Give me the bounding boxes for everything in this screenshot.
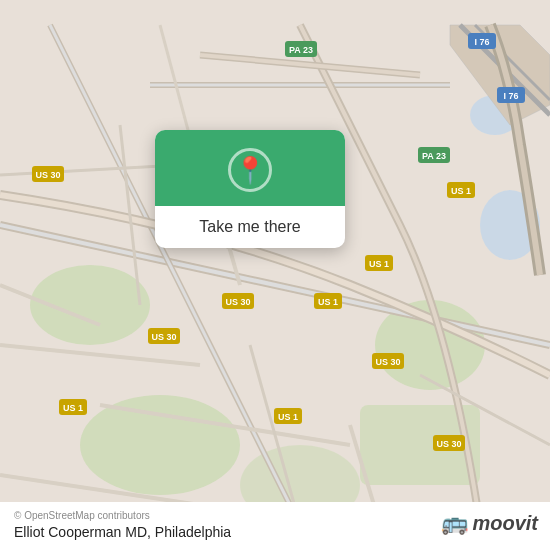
moovit-icon: 🚌 (441, 510, 468, 536)
moovit-logo: 🚌 moovit (441, 510, 538, 536)
popup-header: 📍 (155, 130, 345, 206)
svg-text:US 30: US 30 (35, 170, 60, 180)
svg-point-2 (80, 395, 240, 495)
location-icon-ring: 📍 (228, 148, 272, 192)
svg-text:I 76: I 76 (503, 91, 518, 101)
location-popup: 📍 Take me there (155, 130, 345, 248)
svg-text:US 1: US 1 (63, 403, 83, 413)
moovit-text: moovit (472, 512, 538, 535)
svg-text:US 1: US 1 (451, 186, 471, 196)
bottom-bar: © OpenStreetMap contributors Elliot Coop… (0, 502, 550, 550)
svg-text:I 76: I 76 (474, 37, 489, 47)
location-pin-icon: 📍 (234, 157, 266, 183)
svg-text:US 30: US 30 (225, 297, 250, 307)
svg-text:US 1: US 1 (369, 259, 389, 269)
svg-text:PA 23: PA 23 (422, 151, 446, 161)
map-background: I 76 PA 23 US 30 PA 23 I 76 US 1 US 30 U… (0, 0, 550, 550)
svg-text:US 1: US 1 (278, 412, 298, 422)
svg-text:US 30: US 30 (436, 439, 461, 449)
svg-text:US 30: US 30 (375, 357, 400, 367)
take-me-there-button[interactable]: Take me there (199, 216, 300, 238)
svg-text:US 30: US 30 (151, 332, 176, 342)
popup-body: Take me there (155, 206, 345, 248)
map-container: I 76 PA 23 US 30 PA 23 I 76 US 1 US 30 U… (0, 0, 550, 550)
svg-text:US 1: US 1 (318, 297, 338, 307)
svg-text:PA 23: PA 23 (289, 45, 313, 55)
